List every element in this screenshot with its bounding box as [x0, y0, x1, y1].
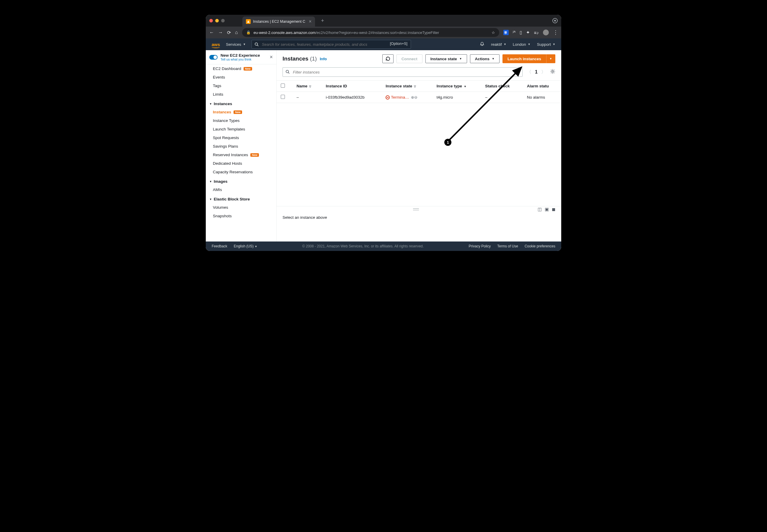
nav-label: Tags: [213, 84, 221, 88]
bookmark-star-icon[interactable]: ☆: [492, 30, 495, 35]
nav-home-icon[interactable]: ⌂: [235, 30, 238, 35]
info-link[interactable]: Info: [320, 57, 327, 61]
pager-page: 1: [535, 69, 538, 75]
browser-tab[interactable]: Instances | EC2 Management C ×: [242, 17, 315, 27]
profile-avatar-icon[interactable]: [543, 30, 549, 35]
nav-capacity-reservations[interactable]: Capacity Reservations: [206, 168, 276, 176]
nav-volumes[interactable]: Volumes: [206, 203, 276, 212]
aws-search-input[interactable]: [252, 40, 411, 49]
instance-state-button[interactable]: Instance state ▼: [425, 54, 467, 63]
col-checkbox[interactable]: [277, 81, 292, 92]
nav-label: Instance Types: [213, 118, 240, 123]
page-title: Instances (1): [283, 56, 317, 62]
support-label: Support: [537, 42, 551, 47]
nav-snapshots[interactable]: Snapshots: [206, 212, 276, 220]
col-alarm-status[interactable]: Alarm statu: [523, 81, 561, 92]
address-bar[interactable]: 🔒 eu-west-2.console.aws.amazon.com/ec2/v…: [242, 28, 499, 37]
nav-section-images[interactable]: ▼ Images: [206, 176, 276, 185]
connect-button[interactable]: Connect: [396, 54, 422, 63]
zoom-icons[interactable]: ⊕⊖: [411, 95, 417, 99]
nav-forward-icon[interactable]: →: [218, 30, 223, 35]
page-title-text: Instances: [283, 56, 309, 62]
row-checkbox[interactable]: [281, 95, 285, 99]
nav-label: Reserved Instances: [213, 153, 248, 157]
col-instance-type[interactable]: Instance type▼: [433, 81, 481, 92]
nav-limits[interactable]: Limits: [206, 90, 276, 99]
nav-instance-types[interactable]: Instance Types: [206, 116, 276, 125]
region-menu[interactable]: London ▼: [513, 42, 531, 47]
filter-instances-input[interactable]: [283, 67, 523, 77]
nav-amis[interactable]: AMIs: [206, 185, 276, 194]
aws-top-nav: aws Services ▼ [Option+S] reaktif ▼ Lond…: [206, 38, 561, 50]
account-indicator-icon[interactable]: [552, 18, 558, 23]
account-label: reaktif: [491, 42, 502, 47]
experience-toggle[interactable]: [209, 55, 218, 60]
launch-instances-split[interactable]: ▼: [546, 54, 555, 63]
col-instance-state[interactable]: Instance state▽: [381, 81, 432, 92]
account-menu[interactable]: reaktif ▼: [491, 42, 506, 47]
table-preferences-icon[interactable]: [550, 69, 555, 75]
col-status-check[interactable]: Status check: [481, 81, 523, 92]
col-label: Instance type: [437, 84, 462, 88]
nav-label: AMIs: [213, 187, 222, 192]
nav-instances[interactable]: Instances New: [206, 108, 276, 116]
nav-launch-templates[interactable]: Launch Templates: [206, 125, 276, 133]
window-minimize[interactable]: [215, 19, 219, 22]
cell-alarm-status: No alarms: [523, 92, 561, 103]
sort-icon-active: ▼: [464, 85, 466, 88]
translate-extension-icon[interactable]: ᴶᴬ: [513, 30, 515, 35]
footer-feedback[interactable]: Feedback: [212, 244, 227, 248]
new-tab-button[interactable]: +: [319, 17, 326, 25]
refresh-button[interactable]: [382, 54, 394, 63]
detail-resize-handle[interactable]: ◫ ▣ ◼: [277, 206, 561, 212]
nav-savings-plans[interactable]: Savings Plans: [206, 142, 276, 151]
footer-language[interactable]: English (US) ▼: [234, 244, 257, 248]
cell-instance-id[interactable]: i-033fb39ed9ad3032b: [322, 92, 381, 103]
pager-prev-icon[interactable]: 〈: [527, 69, 531, 75]
bitwarden-extension-icon[interactable]: ⛨: [503, 30, 509, 35]
nav-section-ebs[interactable]: ▼ Elastic Block Store: [206, 194, 276, 203]
services-menu[interactable]: Services ▼: [226, 42, 246, 47]
kebab-menu-icon[interactable]: ⋮: [553, 29, 558, 36]
nav-label: Capacity Reservations: [213, 170, 253, 174]
layout-full-icon[interactable]: ◼: [552, 207, 555, 212]
caret-down-icon: ▼: [549, 57, 552, 60]
nav-dedicated-hosts[interactable]: Dedicated Hosts: [206, 159, 276, 168]
checkbox-all[interactable]: [281, 84, 285, 88]
window-maximize[interactable]: [221, 19, 225, 22]
support-menu[interactable]: Support ▼: [537, 42, 555, 47]
footer-privacy[interactable]: Privacy Policy: [469, 244, 491, 248]
aws-footer: Feedback English (US) ▼ © 2008 - 2021, A…: [206, 241, 561, 251]
new-experience-banner: New EC2 Experience Tell us what you thin…: [206, 50, 276, 64]
reading-list-icon[interactable]: ≡♪: [534, 30, 539, 35]
sidebar: New EC2 Experience Tell us what you thin…: [206, 50, 277, 241]
notifications-bell-icon[interactable]: [480, 42, 484, 47]
col-name[interactable]: Name▽: [292, 81, 322, 92]
nav-section-instances[interactable]: ▼ Instances: [206, 99, 276, 108]
tab-close-icon[interactable]: ×: [309, 19, 311, 24]
layout-side-icon[interactable]: ▣: [545, 207, 549, 212]
aws-logo[interactable]: aws: [212, 42, 220, 47]
experience-sub[interactable]: Tell us what you think: [221, 58, 267, 61]
nav-back-icon[interactable]: ←: [209, 30, 214, 35]
footer-terms[interactable]: Terms of Use: [497, 244, 518, 248]
nav-tags[interactable]: Tags: [206, 81, 276, 90]
device-extension-icon[interactable]: ▯: [520, 30, 522, 35]
nav-reload-icon[interactable]: ⟳: [227, 30, 231, 35]
nav-label: Launch Templates: [213, 127, 245, 131]
nav-ec2-dashboard[interactable]: EC2 Dashboard New: [206, 64, 276, 73]
window-close[interactable]: [209, 19, 213, 22]
nav-events[interactable]: Events: [206, 73, 276, 81]
layout-bottom-icon[interactable]: ◫: [538, 207, 542, 212]
handle-lines-icon: [413, 208, 419, 210]
nav-spot-requests[interactable]: Spot Requests: [206, 133, 276, 142]
pager-next-icon[interactable]: 〉: [541, 69, 546, 75]
table-row[interactable]: – i-033fb39ed9ad3032b Termina… ⊕⊖ t4g.mi…: [277, 92, 561, 103]
actions-button[interactable]: Actions ▼: [470, 54, 500, 63]
footer-cookies[interactable]: Cookie preferences: [525, 244, 555, 248]
nav-reserved-instances[interactable]: Reserved Instances New: [206, 151, 276, 159]
col-instance-id[interactable]: Instance ID: [322, 81, 381, 92]
banner-close-icon[interactable]: ×: [270, 54, 273, 60]
extensions-puzzle-icon[interactable]: ✦: [526, 30, 530, 35]
launch-instances-button[interactable]: Launch instances: [502, 54, 546, 63]
